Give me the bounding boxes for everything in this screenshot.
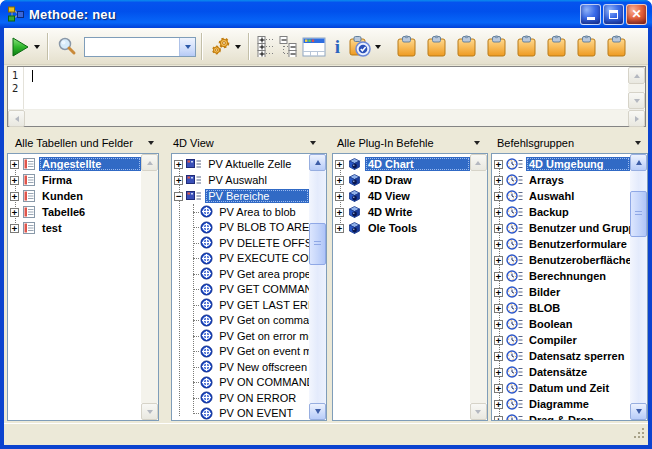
tree-item[interactable]: PV DELETE OFFSCREEN AREA bbox=[172, 235, 309, 251]
tree-item[interactable]: +Backup bbox=[492, 204, 630, 220]
tree-item[interactable]: PV Get on command method bbox=[172, 313, 309, 329]
tree-item[interactable]: PV Get on event method bbox=[172, 344, 309, 360]
tree-item[interactable]: PV EXECUTE COMMAND bbox=[172, 251, 309, 267]
clipboard-button[interactable] bbox=[391, 31, 421, 62]
scroll-down-button[interactable] bbox=[141, 403, 158, 420]
collapse-all-button[interactable] bbox=[277, 31, 300, 62]
tree-item[interactable]: +Drag & Drop bbox=[492, 412, 630, 420]
expand-box-icon[interactable]: + bbox=[494, 304, 503, 313]
editor-horizontal-scrollbar[interactable] bbox=[8, 109, 645, 126]
tree-item[interactable]: +Datensätze bbox=[492, 364, 630, 380]
scroll-down-button[interactable] bbox=[630, 403, 647, 420]
expand-box-icon[interactable]: + bbox=[494, 256, 503, 265]
chevron-down-icon[interactable] bbox=[474, 141, 480, 145]
scroll-right-button[interactable] bbox=[628, 110, 645, 127]
expand-box-icon[interactable]: + bbox=[335, 208, 344, 217]
search-combobox[interactable] bbox=[84, 37, 196, 57]
tree-item[interactable]: +Auswahl bbox=[492, 188, 630, 204]
tree-item[interactable]: PV ON ERROR bbox=[172, 390, 309, 406]
tree-item[interactable]: PV Get on error method bbox=[172, 328, 309, 344]
tree-item[interactable]: +Benutzer und Gruppen bbox=[492, 220, 630, 236]
expand-box-icon[interactable]: + bbox=[494, 288, 503, 297]
tree-item[interactable]: +4D Chart bbox=[333, 156, 470, 172]
resize-grip[interactable] bbox=[633, 427, 647, 441]
expand-box-icon[interactable]: + bbox=[10, 192, 19, 201]
tree-item[interactable]: +Tabelle6 bbox=[8, 204, 141, 220]
code-text-area[interactable] bbox=[24, 67, 628, 109]
expand-box-icon[interactable]: + bbox=[10, 160, 19, 169]
tree-item[interactable]: PV BLOB TO AREA bbox=[172, 220, 309, 236]
clipboard-button[interactable] bbox=[511, 31, 541, 62]
tree-item[interactable]: +Datum und Zeit bbox=[492, 380, 630, 396]
run-button[interactable] bbox=[7, 31, 42, 62]
tree-item[interactable]: +Kunden bbox=[8, 188, 141, 204]
tree-item[interactable]: +Firma bbox=[8, 172, 141, 188]
expand-box-icon[interactable]: + bbox=[494, 240, 503, 249]
scroll-up-button[interactable] bbox=[141, 154, 158, 171]
clipboard-button[interactable] bbox=[481, 31, 511, 62]
expand-box-icon[interactable]: + bbox=[10, 224, 19, 233]
titlebar[interactable]: Methode: neu ✕ bbox=[0, 0, 652, 28]
expand-box-icon[interactable]: + bbox=[494, 400, 503, 409]
expand-box-icon[interactable]: + bbox=[494, 160, 503, 169]
expand-box-icon[interactable]: + bbox=[494, 272, 503, 281]
tree-item[interactable]: +PV Aktuelle Zelle bbox=[172, 156, 309, 172]
chevron-down-icon[interactable] bbox=[635, 141, 641, 145]
tree-item[interactable]: +4D View bbox=[333, 188, 470, 204]
expand-box-icon[interactable]: + bbox=[10, 176, 19, 185]
expand-box-icon[interactable]: + bbox=[335, 176, 344, 185]
scrollbar-thumb[interactable] bbox=[630, 191, 647, 237]
chevron-down-icon[interactable] bbox=[148, 141, 154, 145]
expand-box-icon[interactable]: + bbox=[494, 208, 503, 217]
form-window-button[interactable] bbox=[300, 31, 329, 62]
editor-vertical-scrollbar[interactable] bbox=[628, 67, 645, 109]
clipboard-button[interactable] bbox=[541, 31, 571, 62]
expand-box-icon[interactable]: + bbox=[494, 336, 503, 345]
expand-box-icon[interactable]: + bbox=[494, 416, 503, 421]
header-command-groups[interactable]: Befehlsgruppen bbox=[489, 133, 646, 153]
tree-item[interactable]: +Bilder bbox=[492, 284, 630, 300]
clipboard-history-button[interactable] bbox=[346, 31, 383, 62]
expand-box-icon[interactable]: + bbox=[174, 160, 183, 169]
tree-item[interactable]: PV ON COMMAND bbox=[172, 375, 309, 391]
tree-item[interactable]: PV Get area property bbox=[172, 266, 309, 282]
tree-item[interactable]: PV ON EVENT bbox=[172, 406, 309, 421]
tree-item[interactable]: +4D Write bbox=[333, 204, 470, 220]
tree-item[interactable]: PV GET LAST ERROR bbox=[172, 297, 309, 313]
expand-box-icon[interactable]: + bbox=[335, 224, 344, 233]
search-input[interactable] bbox=[85, 38, 179, 56]
expand-box-icon[interactable]: + bbox=[10, 208, 19, 217]
scroll-up-button[interactable] bbox=[630, 154, 647, 171]
header-4d-view[interactable]: 4D View bbox=[165, 133, 321, 153]
close-button[interactable]: ✕ bbox=[626, 4, 647, 25]
maximize-button[interactable] bbox=[603, 4, 624, 25]
expand-box-icon[interactable]: + bbox=[494, 368, 503, 377]
tree-item[interactable]: +Berechnungen bbox=[492, 268, 630, 284]
scroll-down-button[interactable] bbox=[470, 403, 487, 420]
clipboard-button[interactable] bbox=[451, 31, 481, 62]
expand-box-icon[interactable]: + bbox=[174, 176, 183, 185]
clipboard-button[interactable] bbox=[571, 31, 601, 62]
expand-box-icon[interactable]: + bbox=[494, 352, 503, 361]
tree-item[interactable]: PV GET COMMAND INFO bbox=[172, 282, 309, 298]
tree-item[interactable]: +Benutzerformulare bbox=[492, 236, 630, 252]
pane-vertical-scrollbar[interactable] bbox=[141, 154, 158, 420]
scrollbar-track[interactable] bbox=[309, 171, 326, 403]
scroll-down-button[interactable] bbox=[309, 403, 326, 420]
tree-item[interactable]: +Boolean bbox=[492, 316, 630, 332]
info-button[interactable]: i bbox=[329, 31, 346, 62]
expand-box-icon[interactable]: + bbox=[494, 176, 503, 185]
tree-item[interactable]: +Diagramme bbox=[492, 396, 630, 412]
expand-box-icon[interactable]: + bbox=[494, 224, 503, 233]
scrollbar-track[interactable] bbox=[141, 171, 158, 403]
clipboard-button[interactable] bbox=[421, 31, 451, 62]
pane-vertical-scrollbar[interactable] bbox=[470, 154, 487, 420]
scroll-down-button[interactable] bbox=[628, 92, 645, 109]
search-button[interactable] bbox=[54, 31, 79, 62]
expand-box-icon[interactable]: + bbox=[494, 320, 503, 329]
scroll-up-button[interactable] bbox=[628, 67, 645, 84]
scrollbar-track[interactable] bbox=[628, 84, 645, 92]
chevron-down-icon[interactable] bbox=[310, 141, 316, 145]
minimize-button[interactable] bbox=[580, 4, 601, 25]
tree-item[interactable]: +BLOB bbox=[492, 300, 630, 316]
